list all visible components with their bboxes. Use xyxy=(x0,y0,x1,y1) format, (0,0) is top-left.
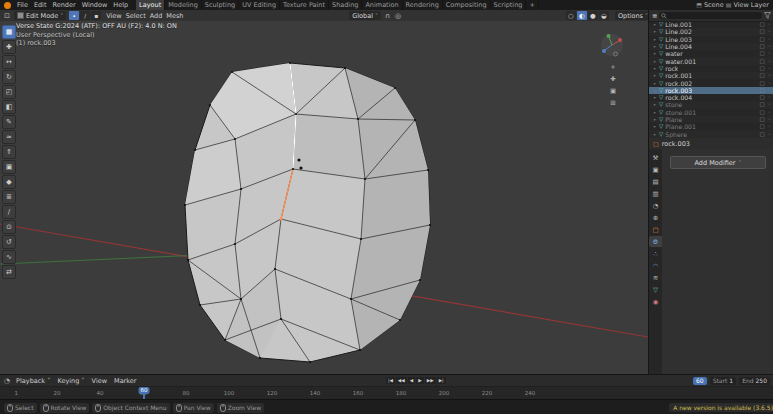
tool-bevel[interactable]: ◆ xyxy=(2,175,16,189)
render-visibility-icon[interactable]: ◦ xyxy=(768,80,771,87)
workspace-tab-compositing[interactable]: Compositing xyxy=(443,0,491,10)
tool-move[interactable]: ↔ xyxy=(2,55,16,69)
frame-end-field[interactable]: End 250 xyxy=(739,377,770,385)
viewport-visibility-icon[interactable]: ▢ xyxy=(760,116,765,123)
render-visibility-icon[interactable]: ◦ xyxy=(768,43,771,50)
properties-tab-object-data[interactable]: ▽ xyxy=(649,284,662,295)
viewport-visibility-icon[interactable]: ▢ xyxy=(760,72,765,79)
tool-extrude-region[interactable]: ⇑ xyxy=(2,145,16,159)
outliner-item-plane[interactable]: ‣▽Plane▢◦ xyxy=(649,116,773,123)
outliner-item-rock-002[interactable]: ‣▽rock.002▢◦ xyxy=(649,79,773,86)
properties-tab-constraints[interactable]: ≋ xyxy=(649,272,662,283)
render-visibility-icon[interactable]: ◦ xyxy=(768,131,771,138)
scene-selector[interactable]: Scene xyxy=(704,0,724,10)
outliner-item-line-002[interactable]: ‣▽Line.002▢◦ xyxy=(649,28,773,35)
outliner-search-input[interactable] xyxy=(659,12,762,19)
tool-spin[interactable]: ↺ xyxy=(2,235,16,249)
tool-smooth[interactable]: ∿ xyxy=(2,250,16,264)
properties-tab-view-layer[interactable]: ▥ xyxy=(649,188,662,199)
menu-render[interactable]: Render xyxy=(49,0,78,10)
properties-tab-particles[interactable]: ∴ xyxy=(649,248,662,259)
tool-inset-faces[interactable]: ▣ xyxy=(2,160,16,174)
tool-poly-build[interactable]: ⊙ xyxy=(2,220,16,234)
outliner-item-line-004[interactable]: ‣▽Line.004▢◦ xyxy=(649,43,773,50)
properties-tab-tool[interactable]: ⚒ xyxy=(649,152,662,163)
current-frame-field[interactable]: 60 xyxy=(693,377,707,385)
outliner-item-stone[interactable]: ‣▽stone▢◦ xyxy=(649,101,773,108)
tool-cursor[interactable]: ✚ xyxy=(2,40,16,54)
outliner-item-rock[interactable]: ‣▽rock▢◦ xyxy=(649,65,773,72)
shading-wireframe-icon[interactable]: ○ xyxy=(566,11,576,20)
filter-funnel-icon[interactable] xyxy=(764,12,771,19)
render-visibility-icon[interactable]: ◦ xyxy=(768,109,771,116)
mode-selector[interactable]: Edit Mode ˅ xyxy=(14,11,66,20)
status-hint-zoom-view[interactable]: Zoom View xyxy=(217,403,264,413)
perspective-toggle-icon[interactable]: ⊞ xyxy=(610,99,616,107)
editor-type-icon[interactable]: ≣ xyxy=(652,12,657,20)
tool-transform[interactable]: ◧ xyxy=(2,100,16,114)
transport-jump-to-end[interactable]: ▶| xyxy=(437,377,446,384)
viewport-menu-mesh[interactable]: Mesh xyxy=(164,12,185,20)
properties-tab-physics[interactable]: ◠ xyxy=(649,260,662,271)
outliner-item-plane-001[interactable]: ‣▽Plane.001▢◦ xyxy=(649,123,773,130)
shading-material-preview-icon[interactable]: ● xyxy=(588,11,598,20)
outliner-item-line-001[interactable]: ‣▽Line.001▢◦ xyxy=(649,21,773,28)
menu-help[interactable]: Help xyxy=(110,0,131,10)
outliner-item-water[interactable]: ‣▽water▢◦ xyxy=(649,50,773,57)
menu-file[interactable]: File xyxy=(14,0,31,10)
blender-logo-icon[interactable] xyxy=(4,2,11,9)
tool-annotate[interactable]: ✎ xyxy=(2,115,16,129)
shading-rendered-icon[interactable]: ◒ xyxy=(599,11,609,20)
outliner-item-rock-004[interactable]: ‣▽rock.004▢◦ xyxy=(649,94,773,101)
outliner-item-rock-001[interactable]: ‣▽rock.001▢◦ xyxy=(649,72,773,79)
transport-jump-prev-keyframe[interactable]: ◀◀ xyxy=(396,377,407,384)
workspace-tab-texture-paint[interactable]: Texture Paint xyxy=(280,0,329,10)
viewport-3d[interactable]: Verse State G:2024 (ATF): OFF AU (F2): 4… xyxy=(0,21,648,374)
properties-tab-modifiers[interactable]: ⚙ xyxy=(649,236,662,247)
outliner-item-water-001[interactable]: ‣▽water.001▢◦ xyxy=(649,57,773,64)
viewport-canvas[interactable] xyxy=(0,21,648,374)
workspace-tab-sculpting[interactable]: Sculpting xyxy=(202,0,239,10)
proportional-editing-icon[interactable]: ◎ xyxy=(394,12,402,20)
viewport-visibility-icon[interactable]: ▢ xyxy=(760,36,765,43)
outliner-item-rock-003[interactable]: ‣▽rock.003▢◦ xyxy=(649,87,773,94)
viewport-visibility-icon[interactable]: ▢ xyxy=(760,21,765,28)
viewport-visibility-icon[interactable]: ▢ xyxy=(760,58,765,65)
viewport-menu-add[interactable]: Add xyxy=(148,12,165,20)
status-hint-rotate-view[interactable]: Rotate View xyxy=(40,403,90,413)
properties-breadcrumb[interactable]: rock.003 xyxy=(662,140,690,148)
outliner-item-line-003[interactable]: ‣▽Line.003▢◦ xyxy=(649,36,773,43)
timeline-menu-view[interactable]: View xyxy=(90,377,109,385)
render-visibility-icon[interactable]: ◦ xyxy=(768,21,771,28)
viewport-visibility-icon[interactable]: ▢ xyxy=(760,80,765,87)
camera-view-icon[interactable]: ▣ xyxy=(610,87,616,95)
edge-select-button[interactable]: ∕ xyxy=(80,11,90,20)
viewport-visibility-icon[interactable]: ▢ xyxy=(760,94,765,101)
render-visibility-icon[interactable]: ◦ xyxy=(768,58,771,65)
transport-jump-next-keyframe[interactable]: ▶▶ xyxy=(425,377,436,384)
snap-magnet-icon[interactable]: ∩ xyxy=(384,12,391,20)
tool-rotate[interactable]: ↻ xyxy=(2,70,16,84)
tool-knife[interactable]: ∕ xyxy=(2,205,16,219)
outliner-item-stone-001[interactable]: ‣▽stone.001▢◦ xyxy=(649,109,773,116)
view-layer-selector[interactable]: View Layer xyxy=(733,0,769,10)
render-visibility-icon[interactable]: ◦ xyxy=(768,50,771,57)
timeline-menu-keying[interactable]: Keying ˅ xyxy=(55,377,86,385)
render-visibility-icon[interactable]: ◦ xyxy=(768,94,771,101)
workspace-tab-rendering[interactable]: Rendering xyxy=(403,0,443,10)
workspace-tab-scripting[interactable]: Scripting xyxy=(491,0,527,10)
outliner-item-sphere[interactable]: ‣▽Sphere▢◦ xyxy=(649,130,773,137)
add-modifier-button[interactable]: Add Modifier ˅ xyxy=(670,156,766,169)
move-view-icon[interactable]: ✚ xyxy=(610,75,616,83)
tool-scale[interactable]: ◰ xyxy=(2,85,16,99)
workspace-tab-uv-editing[interactable]: UV Editing xyxy=(239,0,280,10)
render-visibility-icon[interactable]: ◦ xyxy=(768,36,771,43)
workspace-tab-layout[interactable]: Layout xyxy=(136,0,165,10)
workspace-tab-shading[interactable]: Shading xyxy=(329,0,362,10)
render-visibility-icon[interactable]: ◦ xyxy=(768,72,771,79)
properties-tab-render[interactable]: ▣ xyxy=(649,164,662,175)
editor-type-icon[interactable]: ◔ xyxy=(3,377,11,385)
transport-play-reverse[interactable]: ◀ xyxy=(408,377,415,384)
properties-tab-scene[interactable]: ◔ xyxy=(649,200,662,211)
options-dropdown[interactable]: Options ˅ xyxy=(615,11,651,20)
